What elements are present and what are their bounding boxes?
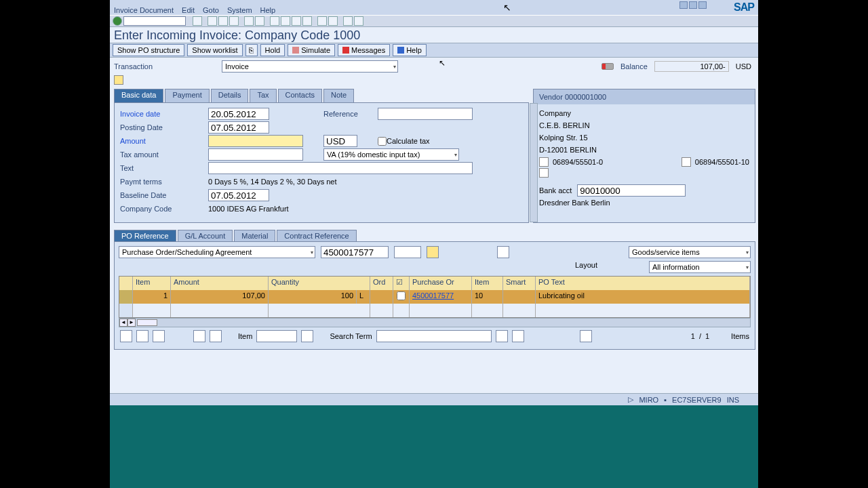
grid-horizontal-scrollbar[interactable]: ◄► xyxy=(119,318,751,327)
tax-code-dropdown[interactable]: VA (19% domestic input tax) xyxy=(323,148,459,161)
tab-po-reference[interactable]: PO Reference xyxy=(114,230,176,241)
print-icon[interactable] xyxy=(244,16,254,26)
window-close-icon[interactable] xyxy=(698,1,707,9)
shortcut-icon[interactable] xyxy=(328,16,338,26)
po-item-input[interactable] xyxy=(394,246,421,258)
hold-button[interactable]: Hold xyxy=(260,44,285,56)
col-item[interactable]: Item xyxy=(133,277,171,290)
calculate-tax-checkbox[interactable] xyxy=(378,137,387,146)
select-all-button[interactable] xyxy=(120,330,132,342)
tab-tax[interactable]: Tax xyxy=(250,89,276,102)
sort-asc-button[interactable] xyxy=(193,330,205,342)
col-quantity[interactable]: Quantity xyxy=(269,277,370,290)
item-nav-input[interactable] xyxy=(256,330,297,342)
cell-po-link[interactable]: 4500017577 xyxy=(412,291,454,300)
filter-button[interactable] xyxy=(153,330,165,342)
table-row[interactable] xyxy=(119,304,750,317)
help-icon[interactable] xyxy=(343,16,353,26)
cell-quantity[interactable]: 100 xyxy=(269,290,357,304)
window-min-icon[interactable] xyxy=(679,1,688,9)
menu-system[interactable]: System xyxy=(227,6,252,15)
next-page-icon[interactable] xyxy=(292,16,301,26)
posting-date-input[interactable] xyxy=(208,121,269,134)
messages-button[interactable]: Messages xyxy=(338,44,390,56)
back-icon[interactable] xyxy=(208,16,217,26)
display-vendor-icon[interactable] xyxy=(539,168,549,178)
layout-label: Layout xyxy=(575,261,597,273)
collapse-header-button[interactable] xyxy=(114,75,123,85)
sort-desc-button[interactable] xyxy=(210,330,222,342)
search-button[interactable] xyxy=(496,330,508,342)
invoice-date-label: Invoice date xyxy=(120,110,208,118)
baseline-date-input[interactable] xyxy=(208,189,269,201)
col-po[interactable]: Purchase Or xyxy=(410,277,472,290)
new-session-icon[interactable] xyxy=(317,16,327,26)
bank-acct-input[interactable] xyxy=(577,184,686,197)
show-po-structure-button[interactable]: Show PO structure xyxy=(113,44,184,56)
save-icon[interactable] xyxy=(193,16,202,26)
col-flag[interactable]: ☑ xyxy=(393,277,410,290)
goods-service-dropdown[interactable]: Goods/service items xyxy=(629,246,751,258)
find-icon[interactable] xyxy=(255,16,264,26)
tax-amount-input[interactable] xyxy=(208,148,303,161)
tab-payment[interactable]: Payment xyxy=(165,89,209,102)
vendor-street: Kolping Str. 15 xyxy=(539,131,749,144)
col-itemno[interactable]: Item xyxy=(472,277,503,290)
po-more-button[interactable] xyxy=(497,246,509,258)
amount-input[interactable] xyxy=(208,135,303,147)
col-amount[interactable]: Amount xyxy=(171,277,269,290)
menu-help[interactable]: Help xyxy=(260,6,276,15)
tab-gl-account[interactable]: G/L Account xyxy=(178,230,233,241)
help-button[interactable]: Help xyxy=(393,44,427,56)
header-scrollbar[interactable] xyxy=(530,103,538,222)
invoice-date-input[interactable] xyxy=(208,108,269,120)
po-number-input[interactable] xyxy=(321,246,389,258)
enter-icon[interactable] xyxy=(113,16,122,26)
tab-basic-data[interactable]: Basic data xyxy=(114,89,163,102)
search-term-input[interactable] xyxy=(376,330,492,342)
col-smart[interactable]: Smart xyxy=(503,277,536,290)
tab-note[interactable]: Note xyxy=(323,89,354,102)
posting-date-label: Posting Date xyxy=(120,123,208,131)
layout-dropdown[interactable]: All information xyxy=(649,261,751,273)
tab-contacts[interactable]: Contacts xyxy=(278,89,322,102)
system-toolbar xyxy=(110,15,758,27)
col-ord[interactable]: Ord xyxy=(370,277,393,290)
first-page-icon[interactable] xyxy=(270,16,279,26)
cell-unit[interactable]: L xyxy=(357,290,370,304)
window-restore-icon[interactable] xyxy=(689,1,697,9)
last-page-icon[interactable] xyxy=(302,16,312,26)
cancel-icon[interactable] xyxy=(229,16,239,26)
tab-contract-reference[interactable]: Contract Reference xyxy=(277,230,356,241)
vendor-phone: 06894/55501-0 xyxy=(553,156,603,168)
po-search-button[interactable] xyxy=(427,246,439,258)
other-doc-button[interactable]: ⎘ xyxy=(245,44,258,56)
settings-button[interactable] xyxy=(580,330,592,342)
layout-icon[interactable] xyxy=(354,16,363,26)
menu-goto[interactable]: Goto xyxy=(203,6,219,15)
menu-invoice-document[interactable]: Invoice Document xyxy=(114,6,174,15)
item-go-button[interactable] xyxy=(301,330,313,342)
currency-input[interactable] xyxy=(323,135,357,147)
exit-icon[interactable] xyxy=(218,16,228,26)
table-row[interactable]: 1 107,00 100 L 4500017577 10 Lubricating… xyxy=(119,290,750,304)
deselect-all-button[interactable] xyxy=(136,330,149,342)
tab-material[interactable]: Material xyxy=(234,230,275,241)
col-potext[interactable]: PO Text xyxy=(536,277,750,290)
row-flag-checkbox[interactable] xyxy=(397,291,406,300)
bank-acct-label: Bank acct xyxy=(539,184,572,197)
prev-page-icon[interactable] xyxy=(281,16,290,26)
reference-input[interactable] xyxy=(378,108,473,120)
menu-edit[interactable]: Edit xyxy=(182,6,195,15)
command-field[interactable] xyxy=(123,16,186,26)
simulate-button[interactable]: Simulate xyxy=(288,44,335,56)
status-tcode: MIRO xyxy=(639,396,658,404)
search-next-button[interactable] xyxy=(512,330,524,342)
cell-amount[interactable]: 107,00 xyxy=(171,290,269,304)
tab-details[interactable]: Details xyxy=(211,89,249,102)
reference-type-dropdown[interactable]: Purchase Order/Scheduling Agreement xyxy=(119,246,315,258)
text-input[interactable] xyxy=(208,162,473,174)
transaction-dropdown[interactable]: Invoice xyxy=(222,60,398,73)
cell-potext: Lubricating oil xyxy=(536,290,750,304)
show-worklist-button[interactable]: Show worklist xyxy=(187,44,242,56)
